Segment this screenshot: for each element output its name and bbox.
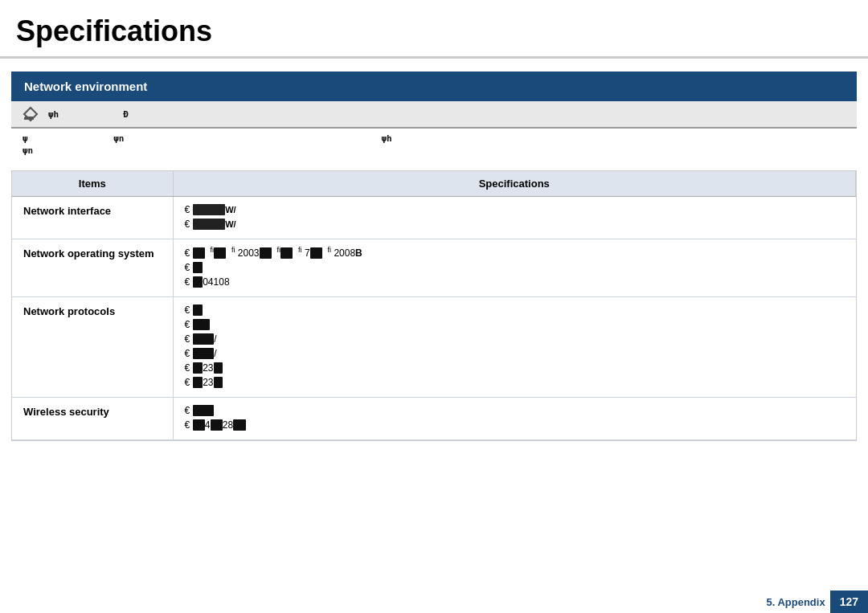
spec-line: € W fiW fi 2003W fiW fi 7W fi 2008B — [185, 246, 845, 259]
col-header-items: Items — [12, 171, 173, 197]
table-row: Network interface€ 60/100W/€ 802.11W/ — [12, 197, 856, 239]
spec-line: € WW/ — [185, 333, 845, 345]
spec-line: € 60/100W/ — [185, 203, 845, 215]
spec-line: € 802.11W/ — [185, 218, 845, 230]
spec-line: € B — [185, 261, 845, 273]
info-col-1: ψ ψn — [23, 133, 33, 156]
spec-line: € B23ñ — [185, 362, 845, 374]
table-cell-spec: € W fiW fi 2003W fiW fi 7W fi 2008B€ B€ … — [173, 239, 856, 297]
info-row: ψ ψn ψn ψh — [11, 129, 857, 162]
info-col3-line1: ψh — [382, 133, 392, 144]
table-cell-item: Network protocols — [12, 297, 173, 398]
table-row: Network operating system€ W fiW fi 2003W… — [12, 239, 856, 297]
page-title: Specifications — [0, 0, 868, 59]
info-col-2: ψn — [113, 133, 124, 144]
toolbar-text1: ψh — [48, 109, 59, 120]
col-header-specifications: Specifications — [173, 171, 856, 197]
spec-line: € WW/ — [185, 347, 845, 359]
spec-line: € W4W28W — [185, 419, 845, 431]
footer-page-number: 127 — [830, 591, 868, 613]
toolbar-edit-icon — [23, 106, 39, 122]
toolbar-row: ψh Ð — [11, 101, 857, 129]
spec-line: € BB — [185, 318, 845, 330]
table-cell-item: Network interface — [12, 197, 173, 239]
section-header: Network environment — [11, 72, 857, 101]
table-cell-spec: € 60/100W/€ 802.11W/ — [173, 197, 856, 239]
info-col-3: ψh — [382, 133, 392, 144]
footer-bar: 5. Appendix 127 — [766, 591, 868, 613]
spec-line: € B23ñ — [185, 376, 845, 388]
table-row: Wireless security€ WW€ W4W28W — [12, 398, 856, 440]
table-cell-item: Network operating system — [12, 239, 173, 297]
footer-appendix-label: 5. Appendix — [766, 596, 829, 608]
svg-rect-2 — [25, 116, 33, 118]
table-cell-spec: € WW€ W4W28W — [173, 398, 856, 440]
table-row: Network protocols€ B€ BB€ WW/€ WW/€ B23ñ… — [12, 297, 856, 398]
table-cell-spec: € B€ BB€ WW/€ WW/€ B23ñ€ B23ñ — [173, 297, 856, 398]
specs-table: Items Specifications Network interface€ … — [12, 171, 856, 440]
toolbar-text2: Ð — [123, 109, 129, 120]
info-col1-line1: ψ — [23, 133, 33, 144]
spec-line: € WW — [185, 404, 845, 416]
table-cell-item: Wireless security — [12, 398, 173, 440]
info-col2-line1: ψn — [113, 133, 124, 144]
specs-table-wrap: Items Specifications Network interface€ … — [11, 170, 857, 441]
info-col1-line2: ψn — [23, 145, 33, 156]
spec-line: € B — [185, 304, 845, 316]
spec-line: € B04108 — [185, 276, 845, 288]
